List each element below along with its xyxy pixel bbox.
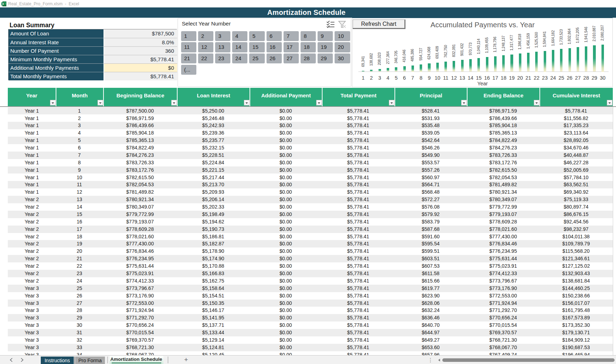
svg-text:X: X: [2, 2, 4, 6]
